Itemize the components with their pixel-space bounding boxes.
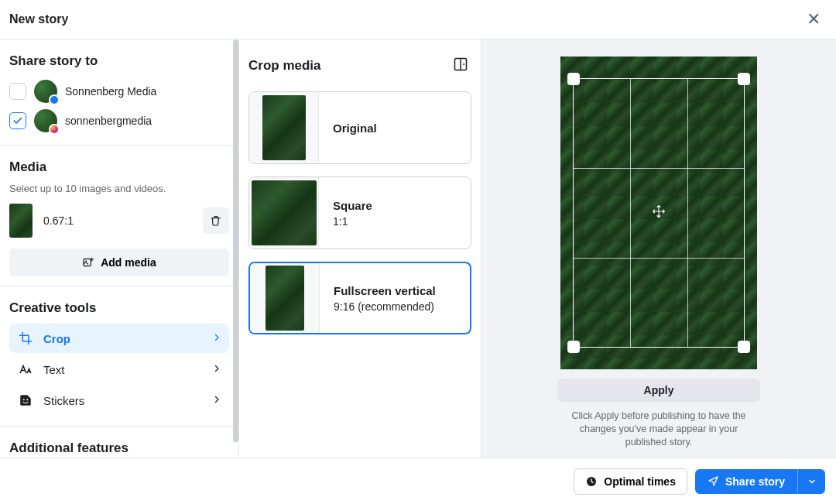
tool-label: Crop: [43, 332, 70, 345]
apply-label: Apply: [644, 384, 674, 396]
send-icon: [708, 475, 719, 487]
account-name: Sonnenberg Media: [65, 85, 156, 98]
svg-point-5: [463, 63, 464, 65]
dialog-header: New story ✕: [0, 0, 836, 39]
crop-option-thumb: [249, 177, 319, 249]
checkmark-icon: [12, 115, 23, 126]
add-media-label: Add media: [101, 256, 156, 269]
account-name: sonnenbergmedia: [65, 115, 152, 127]
crop-option-labels: Square 1:1: [319, 199, 372, 228]
crop-gridline: [630, 79, 631, 347]
clock-icon: [585, 475, 598, 488]
tools-heading: Creative tools: [9, 300, 229, 316]
crop-option-thumb: [250, 263, 320, 333]
crop-option-sub: 9:16 (recommended): [334, 300, 436, 313]
crop-gridline: [574, 168, 744, 169]
add-media-button[interactable]: Add media: [9, 249, 229, 276]
preview-panel: Apply Click Apply before publishing to h…: [481, 39, 836, 466]
crop-option-name: Square: [333, 199, 372, 212]
crop-option-square[interactable]: Square 1:1: [248, 177, 471, 249]
tool-label: Text: [43, 363, 65, 376]
crop-gridline: [574, 258, 744, 259]
additional-heading: Additional features: [9, 441, 229, 456]
chevron-right-icon: [212, 362, 221, 376]
instagram-badge-icon: [49, 124, 60, 135]
crop-canvas[interactable]: [560, 57, 757, 369]
crop-option-labels: Original: [319, 122, 377, 135]
crop-handle-bottom-left[interactable]: [567, 341, 580, 353]
account-checkbox[interactable]: [9, 83, 26, 100]
crop-gridline: [687, 79, 688, 347]
crop-frame[interactable]: [573, 78, 745, 348]
account-avatar: [34, 109, 57, 132]
crop-panel-header: Crop media: [248, 53, 471, 77]
tool-stickers[interactable]: Stickers: [9, 386, 229, 415]
crop-option-sub: 1:1: [333, 215, 372, 228]
share-heading: Share story to: [9, 53, 229, 69]
svg-point-3: [26, 399, 28, 400]
creative-tools-section: Creative tools Crop Text: [0, 286, 238, 427]
facebook-badge-icon: [49, 94, 60, 105]
apply-hint: Click Apply before publishing to have th…: [558, 410, 759, 449]
account-row-fb[interactable]: Sonnenberg Media: [9, 77, 229, 106]
crop-option-name: Fullscreen vertical: [334, 284, 436, 297]
sidebar-scrollbar[interactable]: [233, 39, 238, 442]
dialog-body: Share story to Sonnenberg Media sonnenbe…: [0, 39, 836, 466]
image-plus-icon: [82, 256, 94, 269]
caret-down-icon: [807, 477, 817, 486]
share-story-button[interactable]: Share story: [695, 469, 797, 494]
trash-icon: [210, 214, 222, 227]
tool-crop[interactable]: Crop: [9, 324, 229, 353]
share-button-group: Share story: [695, 469, 825, 494]
footer: Optimal times Share story: [0, 458, 836, 504]
crop-option-thumb: [249, 92, 319, 163]
apply-button[interactable]: Apply: [557, 379, 760, 403]
account-row-ig[interactable]: sonnenbergmedia: [9, 106, 229, 135]
share-story-label: Share story: [725, 475, 785, 488]
aspect-ratio-button[interactable]: [450, 53, 471, 77]
crop-panel: Crop media Original Square 1:1 Fullscree…: [239, 39, 481, 466]
media-heading: Media: [9, 159, 229, 175]
close-button[interactable]: ✕: [800, 6, 827, 33]
optimal-times-label: Optimal times: [604, 475, 676, 488]
text-icon: [17, 362, 34, 376]
share-section: Share story to Sonnenberg Media sonnenbe…: [0, 39, 238, 146]
move-icon[interactable]: [652, 204, 666, 221]
crop-option-labels: Fullscreen vertical 9:16 (recommended): [320, 284, 436, 313]
chevron-right-icon: [212, 393, 221, 407]
media-thumbnail: [9, 204, 33, 238]
optimal-times-button[interactable]: Optimal times: [574, 468, 687, 495]
media-ratio-label: 0.67:1: [43, 214, 74, 227]
media-subtext: Select up to 10 images and videos.: [9, 183, 229, 194]
dialog-title: New story: [9, 12, 68, 26]
sticker-icon: [17, 393, 34, 407]
tool-label: Stickers: [43, 394, 84, 407]
media-item[interactable]: 0.67:1: [9, 204, 229, 238]
crop-handle-top-right[interactable]: [738, 73, 750, 85]
delete-media-button[interactable]: [203, 207, 229, 234]
account-checkbox[interactable]: [9, 112, 26, 129]
crop-handle-top-left[interactable]: [567, 73, 580, 85]
crop-option-original[interactable]: Original: [248, 91, 471, 164]
account-avatar: [34, 80, 57, 103]
crop-option-fullscreen-vertical[interactable]: Fullscreen vertical 9:16 (recommended): [248, 262, 471, 334]
close-icon: ✕: [807, 9, 821, 29]
svg-point-1: [86, 260, 87, 262]
share-dropdown-button[interactable]: [797, 469, 825, 494]
chevron-right-icon: [212, 331, 221, 345]
crop-panel-title: Crop media: [248, 58, 321, 74]
media-section: Media Select up to 10 images and videos.…: [0, 146, 238, 286]
aspect-ratio-icon: [453, 57, 468, 72]
svg-point-2: [23, 399, 25, 400]
tool-text[interactable]: Text: [9, 355, 229, 384]
crop-handle-bottom-right[interactable]: [738, 341, 750, 353]
sidebar: Share story to Sonnenberg Media sonnenbe…: [0, 39, 239, 466]
crop-icon: [17, 331, 34, 345]
crop-option-name: Original: [333, 122, 377, 135]
